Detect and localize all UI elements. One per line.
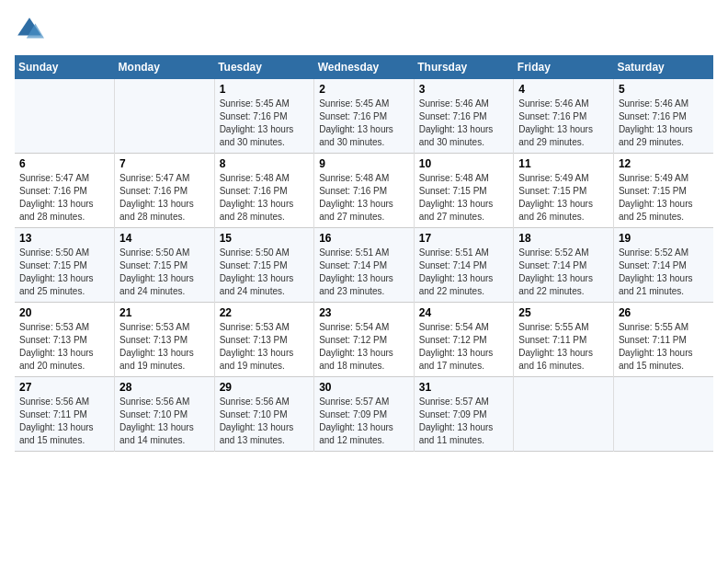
- calendar-cell: 22Sunrise: 5:53 AM Sunset: 7:13 PM Dayli…: [214, 303, 314, 377]
- day-info: Sunrise: 5:48 AM Sunset: 7:16 PM Dayligh…: [220, 172, 310, 224]
- calendar-cell: 10Sunrise: 5:48 AM Sunset: 7:15 PM Dayli…: [414, 154, 514, 228]
- day-number: 4: [518, 83, 609, 96]
- day-info: Sunrise: 5:51 AM Sunset: 7:14 PM Dayligh…: [319, 247, 409, 298]
- day-number: 2: [319, 83, 409, 96]
- day-info: Sunrise: 5:48 AM Sunset: 7:16 PM Dayligh…: [319, 172, 409, 224]
- calendar-cell: 27Sunrise: 5:56 AM Sunset: 7:11 PM Dayli…: [15, 377, 115, 452]
- calendar-cell: 30Sunrise: 5:57 AM Sunset: 7:09 PM Dayli…: [314, 377, 415, 452]
- column-header-saturday: Saturday: [613, 55, 713, 79]
- day-number: 16: [319, 232, 409, 245]
- calendar-cell: 6Sunrise: 5:47 AM Sunset: 7:16 PM Daylig…: [15, 154, 115, 228]
- calendar-week-row: 27Sunrise: 5:56 AM Sunset: 7:11 PM Dayli…: [15, 377, 713, 452]
- day-info: Sunrise: 5:54 AM Sunset: 7:12 PM Dayligh…: [419, 321, 509, 373]
- calendar-cell: 13Sunrise: 5:50 AM Sunset: 7:15 PM Dayli…: [15, 228, 115, 303]
- day-number: 5: [619, 83, 709, 96]
- day-info: Sunrise: 5:49 AM Sunset: 7:15 PM Dayligh…: [518, 172, 609, 224]
- calendar-week-row: 13Sunrise: 5:50 AM Sunset: 7:15 PM Dayli…: [15, 228, 713, 303]
- calendar-cell: 15Sunrise: 5:50 AM Sunset: 7:15 PM Dayli…: [214, 228, 314, 303]
- day-info: Sunrise: 5:55 AM Sunset: 7:11 PM Dayligh…: [619, 321, 709, 373]
- day-info: Sunrise: 5:46 AM Sunset: 7:16 PM Dayligh…: [419, 98, 509, 149]
- day-number: 6: [19, 157, 109, 170]
- calendar-cell: [115, 79, 215, 154]
- day-info: Sunrise: 5:45 AM Sunset: 7:16 PM Dayligh…: [220, 98, 310, 149]
- calendar-cell: 1Sunrise: 5:45 AM Sunset: 7:16 PM Daylig…: [214, 79, 314, 154]
- day-number: 17: [419, 232, 509, 245]
- day-info: Sunrise: 5:50 AM Sunset: 7:15 PM Dayligh…: [19, 247, 109, 298]
- calendar-cell: 24Sunrise: 5:54 AM Sunset: 7:12 PM Dayli…: [414, 303, 514, 377]
- column-header-thursday: Thursday: [414, 55, 514, 79]
- day-number: 24: [419, 306, 509, 319]
- calendar-cell: 16Sunrise: 5:51 AM Sunset: 7:14 PM Dayli…: [314, 228, 415, 303]
- calendar-cell: 29Sunrise: 5:56 AM Sunset: 7:10 PM Dayli…: [214, 377, 314, 452]
- calendar-cell: 11Sunrise: 5:49 AM Sunset: 7:15 PM Dayli…: [514, 154, 614, 228]
- calendar-cell: 28Sunrise: 5:56 AM Sunset: 7:10 PM Dayli…: [115, 377, 215, 452]
- day-info: Sunrise: 5:47 AM Sunset: 7:16 PM Dayligh…: [19, 172, 109, 224]
- day-number: 1: [220, 83, 310, 96]
- day-number: 29: [220, 381, 310, 394]
- day-info: Sunrise: 5:55 AM Sunset: 7:11 PM Dayligh…: [518, 321, 609, 373]
- calendar-cell: 2Sunrise: 5:45 AM Sunset: 7:16 PM Daylig…: [314, 79, 415, 154]
- day-info: Sunrise: 5:52 AM Sunset: 7:14 PM Dayligh…: [619, 247, 709, 298]
- day-number: 26: [619, 306, 709, 319]
- logo-icon: [15, 15, 44, 44]
- calendar-cell: [514, 377, 614, 452]
- day-info: Sunrise: 5:50 AM Sunset: 7:15 PM Dayligh…: [220, 247, 310, 298]
- day-number: 31: [419, 381, 509, 394]
- day-info: Sunrise: 5:46 AM Sunset: 7:16 PM Dayligh…: [619, 98, 709, 149]
- calendar-cell: 31Sunrise: 5:57 AM Sunset: 7:09 PM Dayli…: [414, 377, 514, 452]
- calendar-cell: [613, 377, 713, 452]
- calendar-cell: 17Sunrise: 5:51 AM Sunset: 7:14 PM Dayli…: [414, 228, 514, 303]
- day-info: Sunrise: 5:52 AM Sunset: 7:14 PM Dayligh…: [518, 247, 609, 298]
- calendar-cell: 18Sunrise: 5:52 AM Sunset: 7:14 PM Dayli…: [514, 228, 614, 303]
- day-number: 19: [619, 232, 709, 245]
- column-header-wednesday: Wednesday: [314, 55, 415, 79]
- calendar-cell: [15, 79, 115, 154]
- calendar-cell: 12Sunrise: 5:49 AM Sunset: 7:15 PM Dayli…: [613, 154, 713, 228]
- day-number: 10: [419, 157, 509, 170]
- day-number: 30: [319, 381, 409, 394]
- day-info: Sunrise: 5:45 AM Sunset: 7:16 PM Dayligh…: [319, 98, 409, 149]
- calendar-cell: 23Sunrise: 5:54 AM Sunset: 7:12 PM Dayli…: [314, 303, 415, 377]
- day-number: 18: [518, 232, 609, 245]
- day-number: 7: [119, 157, 210, 170]
- calendar-cell: 26Sunrise: 5:55 AM Sunset: 7:11 PM Dayli…: [613, 303, 713, 377]
- calendar-cell: 7Sunrise: 5:47 AM Sunset: 7:16 PM Daylig…: [115, 154, 215, 228]
- day-info: Sunrise: 5:56 AM Sunset: 7:10 PM Dayligh…: [119, 396, 210, 447]
- calendar-cell: 20Sunrise: 5:53 AM Sunset: 7:13 PM Dayli…: [15, 303, 115, 377]
- column-header-tuesday: Tuesday: [214, 55, 314, 79]
- column-header-friday: Friday: [514, 55, 614, 79]
- calendar-cell: 21Sunrise: 5:53 AM Sunset: 7:13 PM Dayli…: [115, 303, 215, 377]
- day-info: Sunrise: 5:53 AM Sunset: 7:13 PM Dayligh…: [220, 321, 310, 373]
- column-header-sunday: Sunday: [15, 55, 115, 79]
- column-header-monday: Monday: [115, 55, 215, 79]
- calendar-cell: 25Sunrise: 5:55 AM Sunset: 7:11 PM Dayli…: [514, 303, 614, 377]
- day-number: 22: [220, 306, 310, 319]
- day-info: Sunrise: 5:56 AM Sunset: 7:10 PM Dayligh…: [220, 396, 310, 447]
- day-number: 13: [19, 232, 109, 245]
- calendar-table: SundayMondayTuesdayWednesdayThursdayFrid…: [15, 55, 713, 452]
- calendar-cell: 3Sunrise: 5:46 AM Sunset: 7:16 PM Daylig…: [414, 79, 514, 154]
- calendar-cell: 19Sunrise: 5:52 AM Sunset: 7:14 PM Dayli…: [613, 228, 713, 303]
- calendar-week-row: 20Sunrise: 5:53 AM Sunset: 7:13 PM Dayli…: [15, 303, 713, 377]
- day-info: Sunrise: 5:54 AM Sunset: 7:12 PM Dayligh…: [319, 321, 409, 373]
- day-number: 8: [220, 157, 310, 170]
- calendar-week-row: 1Sunrise: 5:45 AM Sunset: 7:16 PM Daylig…: [15, 79, 713, 154]
- day-number: 3: [419, 83, 509, 96]
- day-info: Sunrise: 5:49 AM Sunset: 7:15 PM Dayligh…: [619, 172, 709, 224]
- day-number: 9: [319, 157, 409, 170]
- calendar-cell: 8Sunrise: 5:48 AM Sunset: 7:16 PM Daylig…: [214, 154, 314, 228]
- day-info: Sunrise: 5:53 AM Sunset: 7:13 PM Dayligh…: [19, 321, 109, 373]
- calendar-cell: 4Sunrise: 5:46 AM Sunset: 7:16 PM Daylig…: [514, 79, 614, 154]
- calendar-cell: 9Sunrise: 5:48 AM Sunset: 7:16 PM Daylig…: [314, 154, 415, 228]
- day-info: Sunrise: 5:57 AM Sunset: 7:09 PM Dayligh…: [419, 396, 509, 447]
- day-info: Sunrise: 5:47 AM Sunset: 7:16 PM Dayligh…: [119, 172, 210, 224]
- day-number: 21: [119, 306, 210, 319]
- page-header: [15, 15, 713, 44]
- day-number: 27: [19, 381, 109, 394]
- day-info: Sunrise: 5:51 AM Sunset: 7:14 PM Dayligh…: [419, 247, 509, 298]
- day-info: Sunrise: 5:48 AM Sunset: 7:15 PM Dayligh…: [419, 172, 509, 224]
- day-info: Sunrise: 5:50 AM Sunset: 7:15 PM Dayligh…: [119, 247, 210, 298]
- day-number: 15: [220, 232, 310, 245]
- day-number: 20: [19, 306, 109, 319]
- day-number: 14: [119, 232, 210, 245]
